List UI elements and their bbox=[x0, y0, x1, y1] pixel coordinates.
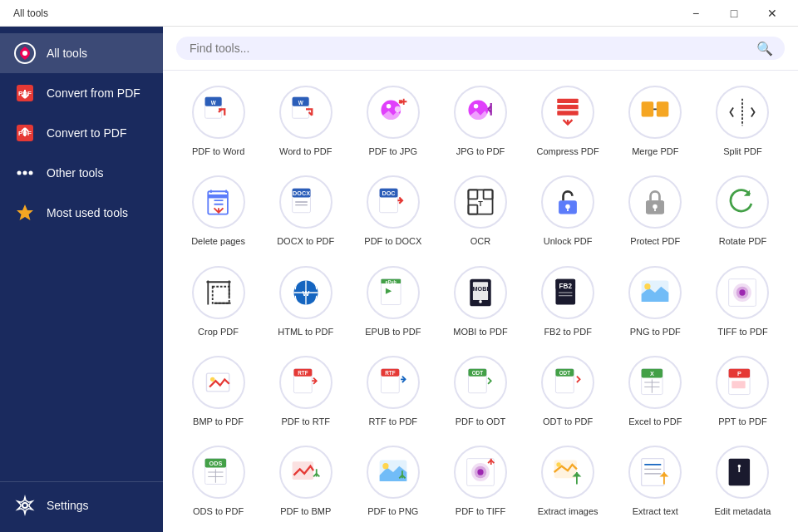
svg-text:X: X bbox=[650, 370, 654, 377]
tool-item-excel-to-pdf[interactable]: X Excel to PDF bbox=[613, 347, 697, 434]
svg-point-12 bbox=[22, 503, 27, 508]
tool-item-extract-text[interactable]: Extract text bbox=[613, 437, 697, 524]
tool-icon-edit-metadata: i bbox=[716, 446, 769, 499]
tool-item-unlock-pdf[interactable]: Unlock PDF bbox=[526, 167, 610, 254]
settings-icon bbox=[13, 494, 37, 517]
close-button[interactable]: ✕ bbox=[753, 0, 791, 27]
tool-label-epub-to-pdf: EPUB to PDF bbox=[365, 326, 421, 337]
tool-icon-odt-to-pdf: ODT bbox=[541, 356, 594, 409]
tool-icon-rotate-pdf bbox=[716, 175, 769, 229]
tool-label-ppt-to-pdf: PPT to PDF bbox=[718, 416, 766, 427]
tool-icon-html-to-pdf: W bbox=[279, 266, 332, 319]
search-input[interactable] bbox=[190, 42, 771, 55]
sidebar-item-other-tools[interactable]: Other tools bbox=[0, 153, 163, 193]
tool-item-protect-pdf[interactable]: Protect PDF bbox=[613, 167, 697, 254]
tool-item-ocr[interactable]: T OCR bbox=[438, 167, 522, 254]
tool-item-pdf-to-word[interactable]: W PDF to Word bbox=[176, 77, 260, 164]
tool-icon-split-pdf bbox=[716, 86, 769, 139]
svg-text:ODT: ODT bbox=[559, 370, 571, 376]
tool-item-extract-images[interactable]: Extract images bbox=[526, 437, 610, 524]
tool-item-rotate-pdf[interactable]: Rotate PDF bbox=[701, 167, 785, 254]
search-input-wrap: 🔍 bbox=[176, 37, 785, 60]
svg-rect-120 bbox=[292, 461, 313, 480]
tool-item-split-pdf[interactable]: Split PDF bbox=[701, 77, 785, 164]
tool-label-html-to-pdf: HTML to PDF bbox=[278, 326, 333, 337]
search-bar: 🔍 bbox=[163, 27, 798, 71]
svg-rect-113 bbox=[732, 381, 746, 388]
tool-label-pdf-to-jpg: PDF to JPG bbox=[369, 145, 418, 157]
tool-item-tiff-to-pdf[interactable]: TIFF to PDF bbox=[701, 258, 785, 344]
svg-point-1 bbox=[22, 51, 27, 56]
minimize-button[interactable]: − bbox=[677, 0, 715, 27]
tool-label-crop-pdf: Crop PDF bbox=[198, 326, 239, 337]
tool-item-rtf-to-pdf[interactable]: RTF RTF to PDF bbox=[351, 347, 435, 434]
tool-item-pdf-to-png[interactable]: PDF to PNG bbox=[351, 437, 435, 524]
tool-icon-pdf-to-docx: DOC bbox=[367, 175, 420, 229]
tool-item-delete-pages[interactable]: Delete pages bbox=[176, 167, 260, 254]
tool-item-word-to-pdf[interactable]: W Word to PDF bbox=[264, 77, 347, 164]
tool-item-jpg-to-pdf[interactable]: JPG to PDF bbox=[438, 77, 522, 164]
tool-item-png-to-pdf[interactable]: PNG to PDF bbox=[613, 258, 697, 344]
svg-point-8 bbox=[17, 171, 22, 175]
tool-item-epub-to-pdf[interactable]: ePub EPUB to PDF bbox=[351, 258, 435, 344]
tool-item-mobi-to-pdf[interactable]: MOBI MOBI to PDF bbox=[438, 258, 522, 344]
sidebar-label-convert-from-pdf: Convert from PDF bbox=[47, 86, 140, 100]
tool-label-rtf-to-pdf: RTF to PDF bbox=[369, 416, 417, 427]
svg-point-123 bbox=[382, 463, 388, 469]
tool-item-merge-pdf[interactable]: Merge PDF bbox=[613, 77, 697, 164]
tool-label-excel-to-pdf: Excel to PDF bbox=[628, 416, 682, 427]
tool-icon-ods-to-pdf: ODS bbox=[192, 446, 245, 499]
svg-text:DOCX: DOCX bbox=[293, 190, 310, 197]
tool-item-html-to-pdf[interactable]: W HTML to PDF bbox=[264, 258, 347, 344]
tool-icon-fb2-to-pdf: FB2 bbox=[541, 266, 594, 319]
tool-icon-rtf-to-pdf: RTF bbox=[367, 356, 420, 409]
tool-icon-extract-images bbox=[541, 446, 594, 499]
svg-rect-27 bbox=[557, 111, 578, 115]
tool-icon-jpg-to-pdf bbox=[454, 86, 507, 139]
tool-item-docx-to-pdf[interactable]: DOCX DOCX to PDF bbox=[264, 167, 347, 254]
svg-point-89 bbox=[210, 377, 214, 382]
sidebar-item-convert-from-pdf[interactable]: PDF Convert from PDF bbox=[0, 73, 163, 113]
tool-item-pdf-to-odt[interactable]: ODT PDF to ODT bbox=[438, 347, 522, 434]
tool-item-pdf-to-tiff[interactable]: PDF to TIFF bbox=[438, 437, 522, 524]
svg-point-128 bbox=[477, 470, 483, 475]
sidebar-item-convert-to-pdf[interactable]: PDF Convert to PDF bbox=[0, 113, 163, 153]
tool-label-pdf-to-docx: PDF to DOCX bbox=[364, 235, 421, 247]
tool-item-crop-pdf[interactable]: Crop PDF bbox=[176, 258, 260, 344]
sidebar-label-other-tools: Other tools bbox=[47, 166, 103, 180]
svg-text:i: i bbox=[738, 462, 741, 475]
tool-item-pdf-to-bmp[interactable]: PDF to BMP bbox=[264, 437, 347, 524]
tool-item-bmp-to-pdf[interactable]: BMP to PDF bbox=[176, 347, 260, 434]
svg-point-9 bbox=[23, 171, 27, 175]
tool-icon-pdf-to-jpg bbox=[367, 86, 420, 139]
tool-item-pdf-to-jpg[interactable]: PDF to JPG bbox=[351, 77, 435, 164]
tool-label-pdf-to-word: PDF to Word bbox=[192, 145, 244, 157]
sidebar-item-settings[interactable]: Settings bbox=[0, 485, 163, 525]
tool-icon-pdf-to-word: W bbox=[192, 86, 245, 139]
search-icon: 🔍 bbox=[756, 41, 773, 57]
tool-item-odt-to-pdf[interactable]: ODT ODT to PDF bbox=[526, 347, 610, 434]
tool-label-docx-to-pdf: DOCX to PDF bbox=[277, 235, 334, 247]
tool-label-protect-pdf: Protect PDF bbox=[630, 235, 680, 247]
main-layout: All tools PDF Convert from PDF PDF bbox=[0, 27, 798, 532]
tool-item-compress-pdf[interactable]: Compress PDF bbox=[526, 77, 610, 164]
tool-item-pdf-to-docx[interactable]: DOC PDF to DOCX bbox=[351, 167, 435, 254]
tool-item-pdf-to-rtf[interactable]: RTF PDF to RTF bbox=[264, 347, 347, 434]
sidebar-item-most-used-tools[interactable]: Most used tools bbox=[0, 193, 163, 233]
tool-item-edit-metadata[interactable]: i Edit metadata bbox=[701, 437, 785, 524]
sidebar-item-all-tools[interactable]: All tools bbox=[0, 33, 163, 73]
tool-item-ods-to-pdf[interactable]: ODS ODS to PDF bbox=[176, 437, 260, 524]
maximize-button[interactable]: □ bbox=[715, 0, 753, 27]
tool-label-fb2-to-pdf: FB2 to PDF bbox=[544, 326, 591, 337]
svg-text:ODT: ODT bbox=[472, 370, 484, 376]
svg-point-58 bbox=[653, 204, 658, 209]
tool-icon-protect-pdf bbox=[628, 175, 682, 229]
svg-text:ePub: ePub bbox=[385, 279, 397, 284]
svg-rect-133 bbox=[642, 459, 664, 486]
tool-icon-merge-pdf bbox=[628, 86, 682, 139]
svg-rect-29 bbox=[642, 101, 654, 116]
svg-point-83 bbox=[645, 283, 651, 289]
tool-item-ppt-to-pdf[interactable]: P PPT to PDF bbox=[701, 347, 785, 434]
tool-item-fb2-to-pdf[interactable]: FB2 FB2 to PDF bbox=[526, 258, 610, 344]
svg-marker-11 bbox=[17, 204, 33, 220]
